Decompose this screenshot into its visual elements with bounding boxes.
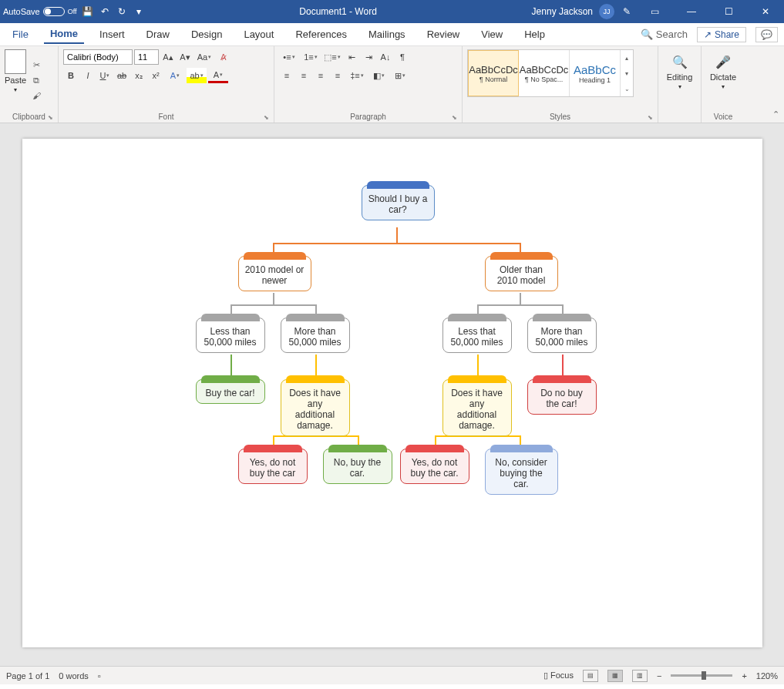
ribbon-display-icon[interactable]: ▭ <box>639 0 670 23</box>
minimize-icon[interactable]: — <box>676 0 707 23</box>
multilevel-list-icon[interactable]: ⬚≡ <box>322 49 342 65</box>
read-mode-icon[interactable]: ▤ <box>583 670 598 682</box>
tab-home[interactable]: Home <box>44 25 84 44</box>
print-layout-icon[interactable]: ▦ <box>607 670 623 682</box>
comments-button[interactable]: 💬 <box>755 27 778 42</box>
strikethrough-button[interactable]: ab <box>114 68 130 83</box>
autosave-toggle[interactable]: AutoSave Off <box>3 7 77 16</box>
node-root[interactable]: Should I buy a car? <box>362 185 435 220</box>
node-buy-car[interactable]: Buy the car! <box>196 379 265 404</box>
change-case-icon[interactable]: Aa <box>194 49 214 65</box>
dialog-launcher-icon[interactable]: ⬊ <box>648 114 653 121</box>
clear-formatting-icon[interactable]: A̷ <box>216 49 231 65</box>
paste-button[interactable]: Paste ▾ <box>5 49 26 111</box>
autosave-state: Off <box>68 8 77 15</box>
page-number[interactable]: Page 1 of 1 <box>6 671 49 681</box>
coming-soon-icon[interactable]: ✎ <box>621 5 633 18</box>
node-yes-dont-a[interactable]: Yes, do not buy the car <box>238 449 308 484</box>
bullets-icon[interactable]: •≡ <box>279 49 299 65</box>
line-spacing-icon[interactable]: ‡≡ <box>347 68 367 83</box>
styles-more-icon[interactable]: ▴▾⌄ <box>621 50 633 96</box>
node-more-50k-b[interactable]: More than 50,000 miles <box>527 318 597 353</box>
tab-draw[interactable]: Draw <box>140 25 176 43</box>
shrink-font-icon[interactable]: A▾ <box>177 49 193 65</box>
style-no-spacing[interactable]: AaBbCcDc ¶ No Spac... <box>519 50 570 96</box>
save-icon[interactable]: 💾 <box>82 5 94 18</box>
increase-indent-icon[interactable]: ⇥ <box>361 49 376 65</box>
font-color-icon[interactable]: A <box>208 68 228 83</box>
node-no-consider[interactable]: No, consider buying the car. <box>485 449 558 495</box>
node-less-50k-a[interactable]: Less than 50,000 miles <box>196 318 265 353</box>
show-marks-icon[interactable]: ¶ <box>395 49 410 65</box>
tab-view[interactable]: View <box>475 25 509 43</box>
share-button[interactable]: ↗ Share <box>697 27 746 42</box>
tab-review[interactable]: Review <box>421 25 466 43</box>
borders-icon[interactable]: ⊞ <box>390 68 410 83</box>
format-painter-icon[interactable]: 🖌 <box>29 89 43 102</box>
subscript-button[interactable]: x₂ <box>131 68 146 83</box>
zoom-slider[interactable] <box>671 674 732 677</box>
sort-icon[interactable]: A↓ <box>378 49 393 65</box>
focus-mode-button[interactable]: ▯ Focus <box>543 671 574 681</box>
word-count[interactable]: 0 words <box>59 671 89 681</box>
italic-button[interactable]: I <box>80 68 96 83</box>
collapse-ribbon-icon[interactable]: ⌃ <box>772 109 779 119</box>
undo-icon[interactable]: ↶ <box>99 5 111 18</box>
node-dont-buy[interactable]: Do no buy the car! <box>527 379 597 415</box>
underline-button[interactable]: U <box>97 68 113 83</box>
qat-more-icon[interactable]: ▾ <box>133 5 145 18</box>
dialog-launcher-icon[interactable]: ⬊ <box>452 114 457 121</box>
bold-button[interactable]: B <box>63 68 79 83</box>
node-no-buy[interactable]: No, buy the car. <box>323 449 392 484</box>
zoom-level[interactable]: 120% <box>756 671 778 681</box>
decrease-indent-icon[interactable]: ⇤ <box>344 49 359 65</box>
node-older-2010[interactable]: Older than 2010 model <box>485 256 558 291</box>
tab-file[interactable]: File <box>6 25 35 43</box>
font-size-select[interactable] <box>134 49 159 65</box>
styles-gallery[interactable]: AaBbCcDc ¶ Normal AaBbCcDc ¶ No Spac... … <box>467 49 634 97</box>
dictate-button[interactable]: 🎤 Dictate ▾ <box>706 49 740 93</box>
zoom-in-button[interactable]: + <box>742 671 746 681</box>
highlight-icon[interactable]: ab <box>187 68 207 83</box>
cut-icon[interactable]: ✂ <box>29 59 43 71</box>
tab-help[interactable]: Help <box>518 25 551 43</box>
node-less-50k-b[interactable]: Less that 50,000 miles <box>442 318 512 353</box>
node-more-50k-a[interactable]: More than 50,000 miles <box>281 318 350 353</box>
proofing-icon[interactable]: ▫ <box>98 671 101 681</box>
numbering-icon[interactable]: 1≡ <box>301 49 321 65</box>
tab-mailings[interactable]: Mailings <box>362 25 412 43</box>
zoom-out-button[interactable]: − <box>657 671 661 681</box>
node-2010-newer[interactable]: 2010 model or newer <box>238 256 311 291</box>
web-layout-icon[interactable]: ▥ <box>632 670 648 682</box>
tab-design[interactable]: Design <box>185 25 228 43</box>
text-effects-icon[interactable]: A <box>165 68 185 83</box>
align-right-icon[interactable]: ≡ <box>313 68 328 83</box>
avatar[interactable]: JJ <box>599 4 614 19</box>
redo-icon[interactable]: ↻ <box>116 5 128 18</box>
page[interactable]: Should I buy a car? 2010 model or newer … <box>22 139 762 647</box>
node-damage-a[interactable]: Does it have any additional damage. <box>281 379 350 436</box>
smartart-flowchart[interactable]: Should I buy a car? 2010 model or newer … <box>53 170 732 617</box>
tab-references[interactable]: References <box>289 25 352 43</box>
align-center-icon[interactable]: ≡ <box>296 68 311 83</box>
dialog-launcher-icon[interactable]: ⬊ <box>264 114 269 121</box>
editing-button[interactable]: 🔍 Editing ▾ <box>663 49 696 93</box>
font-name-select[interactable] <box>63 49 133 65</box>
shading-icon[interactable]: ◧ <box>368 68 389 83</box>
align-left-icon[interactable]: ≡ <box>279 68 294 83</box>
node-yes-dont-b[interactable]: Yes, do not buy the car. <box>400 449 469 484</box>
justify-icon[interactable]: ≡ <box>330 68 345 83</box>
style-normal[interactable]: AaBbCcDc ¶ Normal <box>468 50 519 96</box>
tab-insert[interactable]: Insert <box>93 25 131 43</box>
superscript-button[interactable]: x² <box>148 68 163 83</box>
close-icon[interactable]: ✕ <box>750 0 781 23</box>
style-heading-1[interactable]: AaBbCc Heading 1 <box>570 50 621 96</box>
dialog-launcher-icon[interactable]: ⬊ <box>48 114 53 121</box>
maximize-icon[interactable]: ☐ <box>713 0 744 23</box>
tab-layout[interactable]: Layout <box>237 25 280 43</box>
search-button[interactable]: 🔍 Search <box>641 29 688 40</box>
document-area[interactable]: Should I buy a car? 2010 model or newer … <box>0 123 784 666</box>
grow-font-icon[interactable]: A▴ <box>160 49 176 65</box>
node-damage-b[interactable]: Does it have any additional damage. <box>442 379 512 436</box>
copy-icon[interactable]: ⧉ <box>29 74 43 86</box>
